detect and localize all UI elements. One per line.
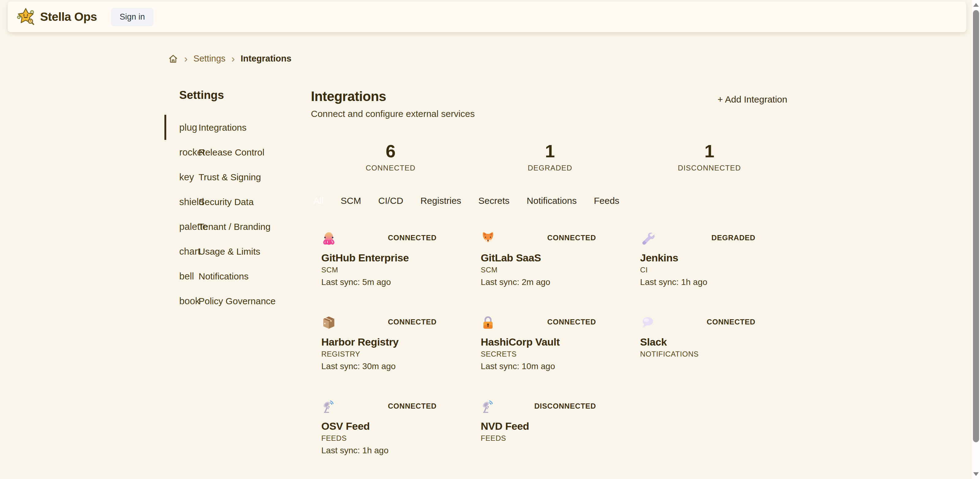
integration-last-sync: Last sync: 2m ago	[480, 277, 596, 287]
integration-card-osv-feed[interactable]: CONNECTED OSV Feed FEEDS Last sync: 1h a…	[311, 399, 471, 479]
satellite-icon	[321, 399, 336, 414]
tab-all[interactable]: All	[311, 193, 332, 209]
stat-value: 6	[311, 142, 471, 161]
sidebar-item-label: Release Control	[199, 147, 264, 158]
tab-scm[interactable]: SCM	[332, 193, 370, 209]
sidebar-item-integrations[interactable]: plug Integrations	[168, 120, 299, 135]
sidebar-title: Settings	[180, 88, 299, 102]
integration-card-harbor-registry[interactable]: CONNECTED Harbor Registry REGISTRY Last …	[311, 315, 471, 399]
integration-cards: CONNECTED GitHub Enterprise SCM Last syn…	[311, 231, 789, 479]
status-badge: CONNECTED	[388, 318, 437, 326]
integration-name: OSV Feed	[321, 420, 437, 433]
sidebar-item-icon-word: key	[180, 172, 194, 183]
integration-type: REGISTRY	[321, 350, 437, 359]
vertical-scrollbar[interactable]	[972, 0, 980, 479]
integration-type: SECRETS	[480, 350, 596, 359]
status-badge: CONNECTED	[388, 234, 437, 242]
integration-type: SCM	[480, 265, 596, 275]
integration-type: FEEDS	[321, 434, 437, 443]
sidebar-item-label: Integrations	[199, 123, 247, 133]
tab-ci-cd[interactable]: CI/CD	[370, 193, 412, 209]
integration-card-github-enterprise[interactable]: CONNECTED GitHub Enterprise SCM Last syn…	[311, 231, 471, 315]
status-badge: CONNECTED	[706, 318, 755, 326]
sidebar-item-label: Security Data	[199, 197, 254, 207]
sidebar-item-security-data[interactable]: shield Security Data	[168, 194, 299, 209]
integration-card-jenkins[interactable]: DEGRADED Jenkins CI Last sync: 1h ago	[630, 231, 789, 315]
satellite-icon	[480, 399, 495, 414]
integration-type: FEEDS	[480, 434, 596, 443]
sign-in-button[interactable]: Sign in	[111, 8, 154, 26]
scrollbar-thumb[interactable]	[973, 10, 979, 442]
sidebar-item-tenant-branding[interactable]: palette Tenant / Branding	[168, 219, 299, 234]
stat-value: 1	[630, 142, 789, 161]
stat-connected: 6 CONNECTED	[311, 142, 471, 172]
integration-last-sync: Last sync: 30m ago	[321, 361, 437, 372]
home-icon[interactable]	[168, 53, 178, 64]
tab-registries[interactable]: Registries	[412, 193, 469, 209]
tab-feeds[interactable]: Feeds	[585, 193, 628, 209]
status-summary: 6 CONNECTED 1 DEGRADED 1 DISCONNECTED	[311, 142, 789, 172]
breadcrumb: › Settings › Integrations	[168, 53, 805, 65]
stat-value: 1	[470, 142, 630, 161]
tab-secrets[interactable]: Secrets	[470, 193, 518, 209]
app-title: Stella Ops	[40, 10, 97, 24]
integration-card-hashicorp-vault[interactable]: CONNECTED HashiCorp Vault SECRETS Last s…	[470, 315, 630, 399]
sidebar-item-label: Trust & Signing	[199, 172, 261, 182]
sidebar-item-release-control[interactable]: rocket Release Control	[168, 145, 299, 160]
integration-card-gitlab-saas[interactable]: CONNECTED GitLab SaaS SCM Last sync: 2m …	[470, 231, 630, 315]
status-badge: CONNECTED	[547, 234, 596, 242]
integration-type: NOTIFICATIONS	[640, 350, 756, 359]
add-integration-button[interactable]: + Add Integration	[716, 94, 789, 105]
integration-card-slack[interactable]: CONNECTED Slack NOTIFICATIONS	[630, 315, 789, 399]
sidebar-item-usage-limits[interactable]: chart Usage & Limits	[168, 243, 299, 259]
stat-label: DISCONNECTED	[630, 164, 789, 172]
octopus-icon	[321, 231, 336, 246]
sidebar-item-label: Policy Governance	[199, 296, 276, 306]
sidebar-item-label: Tenant / Branding	[199, 221, 270, 232]
sidebar-item-notifications[interactable]: bell Notifications	[168, 269, 299, 284]
integration-last-sync: Last sync: 10m ago	[480, 361, 596, 372]
category-tabs: All SCM CI/CD Registries Secrets Notific…	[311, 193, 789, 209]
sidebar-item-icon-word: bell	[180, 271, 194, 282]
app-header: Stella Ops Sign in	[8, 2, 966, 32]
page-title: Integrations	[311, 88, 475, 104]
integrations-main: Integrations Connect and configure exter…	[299, 88, 805, 479]
sidebar-item-trust-signing[interactable]: key Trust & Signing	[168, 169, 299, 185]
integration-name: HashiCorp Vault	[480, 336, 596, 348]
integration-name: Jenkins	[640, 251, 756, 264]
wrench-icon	[640, 231, 655, 246]
integration-last-sync	[480, 446, 596, 456]
tab-notifications[interactable]: Notifications	[518, 193, 585, 209]
scroll-up-arrow-icon[interactable]	[973, 3, 979, 7]
sidebar-item-policy-governance[interactable]: book Policy Governance	[168, 293, 299, 309]
integration-type: CI	[640, 265, 756, 275]
breadcrumb-separator: ›	[184, 54, 188, 63]
sidebar-item-icon-word: book	[180, 296, 200, 307]
status-badge: CONNECTED	[547, 318, 596, 326]
settings-sidebar: Settings plug Integrations rocket Releas…	[168, 88, 299, 479]
scroll-down-arrow-icon[interactable]	[973, 472, 979, 476]
sidebar-item-icon-word: chart	[180, 246, 200, 257]
stat-label: CONNECTED	[311, 164, 471, 172]
speech-balloon-icon	[640, 315, 655, 330]
package-icon	[321, 315, 336, 330]
status-badge: DISCONNECTED	[534, 402, 596, 411]
stat-label: DEGRADED	[470, 164, 630, 172]
status-badge: DEGRADED	[711, 234, 756, 242]
integration-last-sync: Last sync: 5m ago	[321, 277, 437, 287]
stat-degraded: 1 DEGRADED	[470, 142, 630, 172]
integration-card-nvd-feed[interactable]: DISCONNECTED NVD Feed FEEDS	[470, 399, 630, 479]
breadcrumb-settings[interactable]: Settings	[194, 54, 226, 64]
integration-name: Slack	[640, 336, 756, 348]
page-body: › Settings › Integrations Settings plug …	[0, 32, 972, 479]
integration-last-sync: Last sync: 1h ago	[640, 277, 756, 287]
integration-last-sync: Last sync: 1h ago	[321, 446, 437, 456]
status-badge: CONNECTED	[388, 402, 437, 411]
integration-last-sync	[640, 361, 756, 372]
stat-disconnected: 1 DISCONNECTED	[630, 142, 789, 172]
integration-name: Harbor Registry	[321, 336, 437, 348]
integration-type: SCM	[321, 265, 437, 275]
integration-name: NVD Feed	[480, 420, 596, 433]
fox-icon	[480, 231, 495, 246]
star-mascot-logo-icon	[16, 7, 35, 26]
